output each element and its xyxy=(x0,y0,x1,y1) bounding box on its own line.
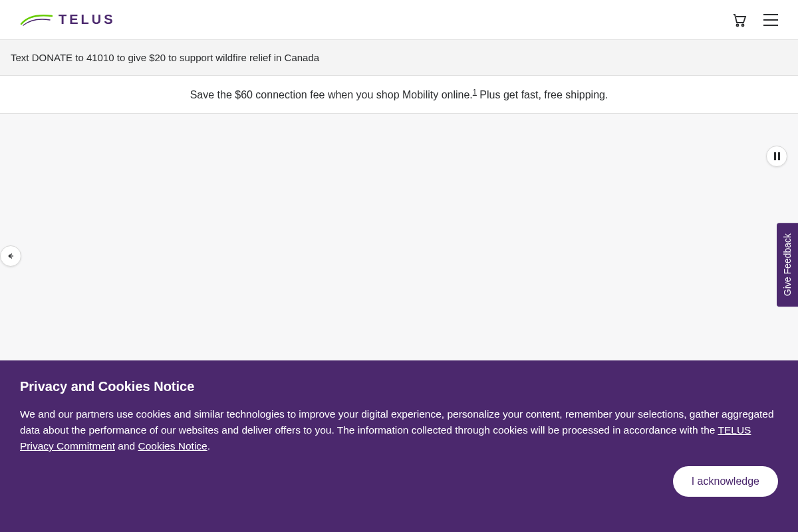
hero-carousel xyxy=(0,114,798,393)
cookie-body-part1: We and our partners use cookies and simi… xyxy=(20,408,774,436)
promo-text-before: Save the $60 connection fee when you sho… xyxy=(190,89,473,100)
cookie-body-part3: . xyxy=(207,440,210,452)
telus-wordmark: TELUS xyxy=(59,12,116,27)
svg-point-1 xyxy=(742,24,744,26)
carousel-pause-button[interactable] xyxy=(766,146,787,167)
header-actions xyxy=(732,12,778,28)
announcement-text: Text DONATE to 41010 to give $20 to supp… xyxy=(11,52,319,63)
feedback-tab[interactable]: Give Feedback xyxy=(777,223,798,307)
feedback-label: Give Feedback xyxy=(782,233,793,296)
telus-swoosh-icon xyxy=(20,12,53,28)
promo-text-after: Plus get fast, free shipping. xyxy=(477,89,608,100)
announcement-bar[interactable]: Text DONATE to 41010 to give $20 to supp… xyxy=(0,40,798,76)
hamburger-menu-icon[interactable] xyxy=(763,14,778,26)
main-header: TELUS xyxy=(0,0,798,40)
cookie-actions: I acknowledge xyxy=(20,466,778,497)
promo-bar: Save the $60 connection fee when you sho… xyxy=(0,76,798,114)
pause-icon xyxy=(774,152,780,160)
arrow-left-icon xyxy=(6,251,15,261)
cart-icon[interactable] xyxy=(732,12,747,28)
telus-logo[interactable]: TELUS xyxy=(20,12,116,28)
cookies-notice-link[interactable]: Cookies Notice xyxy=(138,440,207,452)
acknowledge-button[interactable]: I acknowledge xyxy=(673,466,778,497)
svg-point-0 xyxy=(737,24,739,26)
cookie-notice-title: Privacy and Cookies Notice xyxy=(20,379,778,394)
cookie-notice-banner: Privacy and Cookies Notice We and our pa… xyxy=(0,360,798,532)
cookie-body-part2: and xyxy=(115,440,138,452)
carousel-prev-button[interactable] xyxy=(0,245,21,267)
cookie-notice-body: We and our partners use cookies and simi… xyxy=(20,406,778,454)
